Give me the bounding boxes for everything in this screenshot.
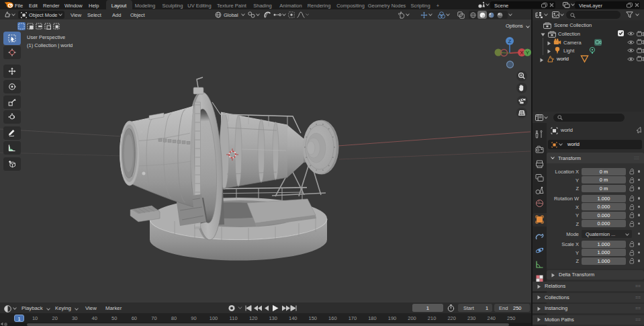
svg-text:Z: Z bbox=[508, 38, 512, 44]
svg-text:X: X bbox=[520, 50, 524, 56]
svg-text:Y: Y bbox=[526, 50, 530, 56]
